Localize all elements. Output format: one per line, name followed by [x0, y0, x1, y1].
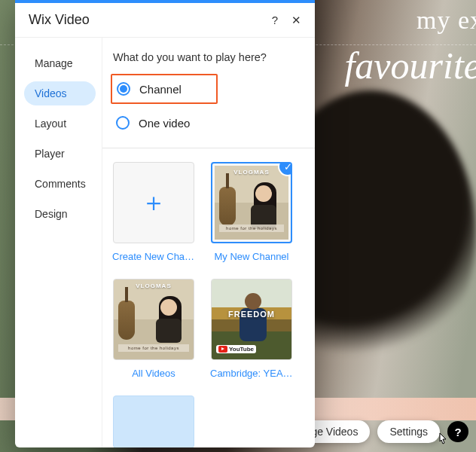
sidebar-item-videos[interactable]: Videos [24, 81, 96, 105]
wix-video-panel: Wix Video ? ✕ Manage Videos Layout Playe… [15, 0, 315, 447]
cambridge-thumb: FREEDOM YouTube [211, 279, 292, 360]
close-icon[interactable]: ✕ [291, 14, 301, 27]
sidebar-item-layout[interactable]: Layout [24, 111, 96, 136]
radio-one-video-label: One video [139, 117, 190, 130]
tile-cambridge-label: Cambridge: YEAR … [210, 368, 293, 379]
content-area: What do you want to play here? Channel O… [102, 38, 315, 447]
hero-text-line1: my ex [416, 6, 476, 35]
youtube-label: YouTube [229, 346, 254, 353]
youtube-icon [218, 346, 227, 353]
my-new-channel-thumb: VLOGMAS home for the holidays ✓ [211, 162, 292, 243]
vlogmas-overlay: VLOGMAS [215, 169, 288, 176]
question-label: What do you want to play here? [113, 51, 304, 63]
create-channel-thumb: ＋ [113, 162, 194, 243]
sidebar-item-design[interactable]: Design [24, 202, 96, 226]
tile-my-new-label: My New Channel [215, 251, 289, 262]
help-button[interactable]: ? [447, 421, 468, 442]
hero-text-line2: favourite [344, 44, 476, 87]
divider [102, 148, 315, 148]
tile-partial[interactable] [113, 396, 194, 447]
settings-button[interactable]: Settings [377, 420, 440, 443]
youtube-badge: YouTube [216, 345, 256, 353]
panel-title: Wix Video [29, 12, 90, 28]
radio-selected-icon [117, 82, 130, 96]
tile-create-label: Create New Channel [112, 251, 195, 262]
panel-header: Wix Video ? ✕ [15, 3, 315, 38]
tile-my-new-channel[interactable]: VLOGMAS home for the holidays ✓ My New C… [211, 162, 292, 262]
partial-thumb [113, 396, 194, 447]
radio-unselected-icon [116, 116, 130, 130]
highlighted-option: Channel [111, 74, 218, 104]
all-videos-thumb: VLOGMAS home for the holidays [113, 279, 194, 360]
radio-channel[interactable]: Channel [114, 78, 185, 100]
floating-action-bar: age Videos Settings ? [294, 420, 468, 443]
sidebar: Manage Videos Layout Player Comments Des… [15, 38, 102, 447]
vlogmas-overlay: VLOGMAS [114, 282, 194, 289]
caption-overlay: home for the holidays [219, 224, 284, 232]
caption-overlay: home for the holidays [118, 344, 189, 352]
sidebar-item-manage[interactable]: Manage [24, 51, 96, 75]
tile-all-videos[interactable]: VLOGMAS home for the holidays All Videos [113, 279, 194, 379]
tile-all-label: All Videos [132, 368, 175, 379]
sidebar-item-comments[interactable]: Comments [24, 172, 96, 196]
channel-grid: ＋ Create New Channel VLOGMAS home for th… [113, 162, 304, 447]
radio-one-video[interactable]: One video [113, 111, 304, 134]
sidebar-item-player[interactable]: Player [24, 142, 96, 166]
freedom-overlay: FREEDOM [212, 310, 291, 319]
tile-create-new-channel[interactable]: ＋ Create New Channel [113, 162, 194, 262]
panel-help-icon[interactable]: ? [272, 14, 278, 27]
tile-cambridge[interactable]: FREEDOM YouTube Cambridge: YEAR … [211, 279, 292, 379]
plus-icon: ＋ [141, 185, 166, 220]
radio-channel-label: Channel [139, 83, 182, 96]
